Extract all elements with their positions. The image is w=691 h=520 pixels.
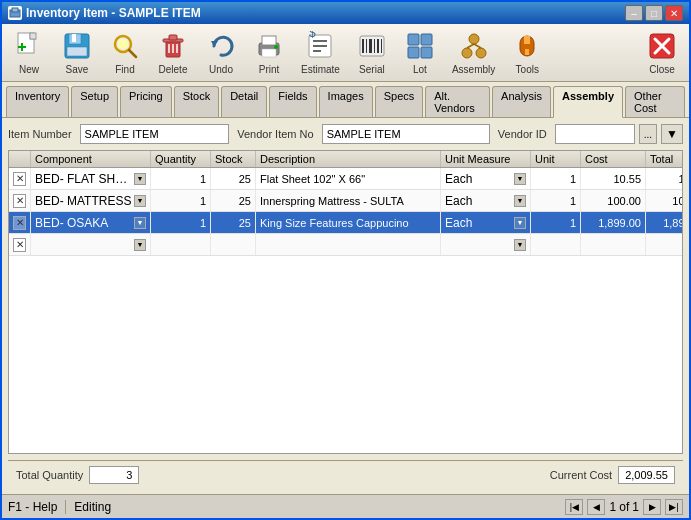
row3-component-cell[interactable]: BED- OSAKA ▼ [31, 212, 151, 233]
tab-specs[interactable]: Specs [375, 86, 424, 117]
row1-component-dropdown[interactable]: ▼ [134, 173, 146, 185]
print-button[interactable]: Print [246, 26, 292, 79]
undo-label: Undo [209, 64, 233, 75]
tab-detail[interactable]: Detail [221, 86, 267, 117]
tab-setup[interactable]: Setup [71, 86, 118, 117]
row2-component-cell[interactable]: BED- MATTRESS ▼ [31, 190, 151, 211]
row3-unit-measure-cell[interactable]: Each ▼ [441, 212, 531, 233]
tab-stock[interactable]: Stock [174, 86, 220, 117]
tab-pricing[interactable]: Pricing [120, 86, 172, 117]
svg-rect-47 [524, 36, 530, 44]
item-number-input[interactable] [80, 124, 230, 144]
find-button[interactable]: Find [102, 26, 148, 79]
row2-cost-cell: 100.00 [581, 190, 646, 211]
serial-label: Serial [359, 64, 385, 75]
tools-button[interactable]: Tools [504, 26, 550, 79]
row1-component-combo[interactable]: BED- FLAT SHEET ▼ [35, 172, 146, 186]
assembly-button[interactable]: Assembly [445, 26, 502, 79]
delete-button[interactable]: Delete [150, 26, 196, 79]
row4-component-cell[interactable]: ▼ [31, 234, 151, 255]
row1-unit-measure-combo[interactable]: Each ▼ [445, 172, 526, 186]
row1-check-cell[interactable] [9, 168, 31, 189]
svg-rect-1 [12, 8, 18, 12]
row4-stock-cell [211, 234, 256, 255]
row2-unit-measure-cell[interactable]: Each ▼ [441, 190, 531, 211]
minimize-button[interactable]: – [625, 5, 643, 21]
vendor-dropdown-button[interactable]: ▼ [661, 124, 683, 144]
new-button[interactable]: New [6, 26, 52, 79]
svg-rect-6 [18, 46, 26, 48]
row3-quantity-cell[interactable]: 1 [151, 212, 211, 233]
tab-analysis[interactable]: Analysis [492, 86, 551, 117]
grid-row[interactable]: BED- OSAKA ▼ 1 25 King Size Features Cap… [9, 212, 682, 234]
estimate-button[interactable]: $ Estimate [294, 26, 347, 79]
row4-quantity-cell[interactable] [151, 234, 211, 255]
tab-alt-vendors[interactable]: Alt. Vendors [425, 86, 490, 117]
row1-component-cell[interactable]: BED- FLAT SHEET ▼ [31, 168, 151, 189]
row1-unit-measure-dropdown[interactable]: ▼ [514, 173, 526, 185]
serial-button[interactable]: Serial [349, 26, 395, 79]
vendor-browse-button[interactable]: ... [639, 124, 657, 144]
row4-unit-measure-dropdown[interactable]: ▼ [514, 239, 526, 251]
tab-other-cost[interactable]: Other Cost [625, 86, 685, 117]
row1-unit-measure-value: Each [445, 172, 514, 186]
tab-assembly[interactable]: Assembly [553, 86, 623, 118]
row3-component-dropdown[interactable]: ▼ [134, 217, 146, 229]
vendor-item-no-input[interactable] [322, 124, 490, 144]
row4-unit-measure-cell[interactable]: ▼ [441, 234, 531, 255]
status-right: |◀ ◀ 1 of 1 ▶ ▶| [565, 499, 683, 515]
row3-check-cell[interactable] [9, 212, 31, 233]
row2-check-cell[interactable] [9, 190, 31, 211]
tab-images[interactable]: Images [319, 86, 373, 117]
maximize-button[interactable]: □ [645, 5, 663, 21]
tab-inventory[interactable]: Inventory [6, 86, 69, 117]
row1-checkbox[interactable] [13, 172, 26, 186]
row3-unit-measure-dropdown[interactable]: ▼ [514, 217, 526, 229]
status-divider [65, 500, 66, 514]
row2-unit-measure-combo[interactable]: Each ▼ [445, 194, 526, 208]
prev-page-button[interactable]: ◀ [587, 499, 605, 515]
delete-icon [157, 30, 189, 62]
row2-total-cell: 100.00 [646, 190, 683, 211]
row4-component-dropdown[interactable]: ▼ [134, 239, 146, 251]
main-window: Inventory Item - SAMPLE ITEM – □ ✕ New [0, 0, 691, 520]
content-area: Item Number Vendor Item No Vendor ID ...… [2, 118, 689, 494]
grid-row[interactable]: ▼ ▼ [9, 234, 682, 256]
app-icon [8, 6, 22, 20]
row2-component-combo[interactable]: BED- MATTRESS ▼ [35, 194, 146, 208]
vendor-id-input[interactable] [555, 124, 635, 144]
tab-fields[interactable]: Fields [269, 86, 316, 117]
row3-total-cell: 1,899.00 [646, 212, 683, 233]
row2-unit-cell: 1 [531, 190, 581, 211]
footer-bar: Total Quantity 3 Current Cost 2,009.55 [8, 460, 683, 488]
col-header-check [9, 151, 31, 167]
row4-unit-measure-combo[interactable]: ▼ [445, 239, 526, 251]
last-page-button[interactable]: ▶| [665, 499, 683, 515]
row4-checkbox[interactable] [13, 238, 26, 252]
close-window-button[interactable]: ✕ [665, 5, 683, 21]
row2-quantity-cell[interactable]: 1 [151, 190, 211, 211]
row3-component-value: BED- OSAKA [35, 216, 134, 230]
row2-stock-cell: 25 [211, 190, 256, 211]
row3-unit-measure-combo[interactable]: Each ▼ [445, 216, 526, 230]
undo-button[interactable]: Undo [198, 26, 244, 79]
first-page-button[interactable]: |◀ [565, 499, 583, 515]
serial-icon [356, 30, 388, 62]
row4-cost-cell [581, 234, 646, 255]
row3-checkbox[interactable] [13, 216, 26, 230]
close-button[interactable]: Close [639, 26, 685, 79]
row1-quantity-cell[interactable]: 1 [151, 168, 211, 189]
row2-component-dropdown[interactable]: ▼ [134, 195, 146, 207]
svg-point-42 [462, 48, 472, 58]
row4-check-cell[interactable] [9, 234, 31, 255]
save-button[interactable]: Save [54, 26, 100, 79]
row1-unit-measure-cell[interactable]: Each ▼ [441, 168, 531, 189]
row2-checkbox[interactable] [13, 194, 26, 208]
next-page-button[interactable]: ▶ [643, 499, 661, 515]
row3-component-combo[interactable]: BED- OSAKA ▼ [35, 216, 146, 230]
row2-unit-measure-dropdown[interactable]: ▼ [514, 195, 526, 207]
grid-row[interactable]: BED- MATTRESS ▼ 1 25 Innerspring Mattres… [9, 190, 682, 212]
grid-row[interactable]: BED- FLAT SHEET ▼ 1 25 Flat Sheet 102" X… [9, 168, 682, 190]
row4-component-combo[interactable]: ▼ [35, 239, 146, 251]
lot-button[interactable]: Lot [397, 26, 443, 79]
